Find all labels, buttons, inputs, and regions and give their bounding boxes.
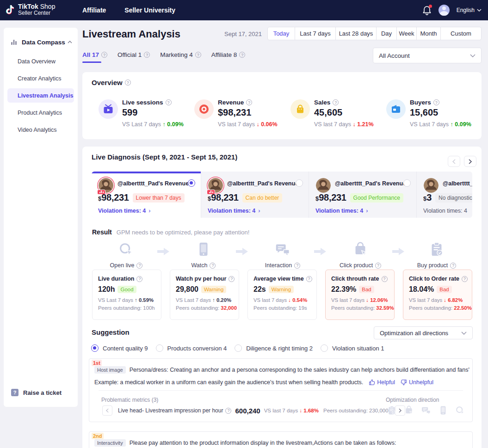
raise-ticket[interactable]: ? Raise a ticket — [11, 389, 62, 396]
language-selector[interactable]: English — [457, 7, 482, 13]
tiktok-logo[interactable]: TikTok Shop Seller Center — [5, 3, 55, 16]
tab-affiliate[interactable]: Affiliate 8? — [211, 51, 245, 63]
buyers-wallet-icon — [386, 99, 406, 119]
sidebar-item-data-overview[interactable]: Data Overview — [4, 53, 78, 70]
sidebar-item-video-analytics[interactable]: Video Analytics — [4, 121, 78, 138]
session-radio[interactable] — [403, 179, 411, 187]
help-icon[interactable]: ? — [462, 276, 468, 282]
result-text: GPM needs to be optimized, please pay at… — [117, 229, 250, 236]
diagnosis-title-label: Live Diagnosis (Sept 9, 2021 - Sept 15, … — [92, 153, 237, 161]
tab-all[interactable]: All 17? — [82, 51, 107, 63]
violation-link[interactable]: Violation times: 4› — [315, 208, 368, 214]
help-icon[interactable]: ? — [166, 99, 172, 105]
tab-official[interactable]: Official 1? — [117, 51, 150, 63]
session-card-2[interactable]: @albertttt_Pad's Revenue $98,231Can do b… — [201, 172, 309, 218]
session-card-3[interactable]: @albertttt_Pad's Revenue $98,231Good Per… — [309, 172, 417, 218]
delta-up: ↑ 0.09% — [451, 121, 471, 128]
sidebar-item-product-analytics[interactable]: Product Analytics — [4, 104, 78, 121]
live-tv-icon — [99, 99, 118, 119]
help-icon[interactable]: ? — [210, 263, 216, 269]
carousel-prev-button[interactable] — [448, 156, 460, 167]
overview-metric-buyers: Buyers? 15,605 VS Last 7 days ↑ 0.09% — [386, 72, 482, 139]
filter-label[interactable]: Violation situation 1 — [332, 345, 384, 352]
help-icon[interactable]: ? — [294, 263, 300, 269]
help-icon[interactable]: ? — [101, 52, 107, 58]
session-card-4[interactable]: @albertttt_Pad's Revenue $3No diagnostic… — [417, 172, 472, 218]
range-day[interactable]: Day — [376, 27, 397, 40]
help-icon[interactable]: ? — [225, 408, 231, 414]
result-label: Result — [92, 228, 112, 236]
help-icon[interactable]: ? — [306, 276, 312, 282]
buy-product-icon — [386, 405, 397, 416]
open-live-icon — [117, 241, 135, 258]
status-pill: Warning — [269, 286, 294, 293]
raise-ticket-label: Raise a ticket — [23, 389, 62, 396]
filter-label[interactable]: Content quality 9 — [103, 345, 148, 352]
optimization-select[interactable]: Optimization all directions — [374, 326, 473, 339]
notification-dot — [429, 5, 432, 8]
help-icon[interactable]: ? — [246, 99, 252, 105]
range-week[interactable]: Week — [396, 27, 417, 40]
help-icon[interactable]: ? — [195, 52, 201, 58]
funnel-click-product: Click product? — [333, 241, 388, 269]
thumb-down-icon — [401, 379, 407, 386]
header-nav: Affiliate Seller University — [82, 0, 175, 20]
help-icon[interactable]: ? — [333, 99, 339, 105]
overview-metric-revenue: Revenue? $98,231 VS last 7 days ↓ 0.06% — [194, 72, 290, 139]
problem-metric-value: 600,240 — [235, 407, 260, 415]
funnel-arrow-icon — [235, 246, 249, 257]
range-last-28-days[interactable]: Last 28 days — [335, 27, 377, 40]
filter-label[interactable]: Products conversion 4 — [167, 345, 227, 352]
user-avatar[interactable] — [439, 5, 450, 16]
nav-affiliate[interactable]: Affiliate — [82, 6, 106, 14]
filter-radio-violation[interactable] — [321, 344, 328, 352]
click-product-icon — [352, 241, 369, 258]
help-icon[interactable]: ? — [229, 276, 235, 282]
violation-link[interactable]: Violation times: 4› — [208, 208, 260, 214]
session-radio[interactable] — [188, 179, 195, 187]
suggestion-tag: Host image — [94, 366, 126, 374]
host-avatar — [316, 178, 331, 193]
help-icon[interactable]: ? — [239, 52, 245, 58]
filter-label[interactable]: Diligence & right timing 2 — [246, 345, 313, 352]
open-live-icon — [455, 405, 466, 416]
tiktok-note-icon — [5, 4, 15, 16]
session-name: @albertttt_Pad's Revenue — [117, 180, 189, 187]
unhelpful-button[interactable]: Unhelpful — [401, 379, 433, 386]
sidebar-item-creator-analytics[interactable]: Creator Analytics — [4, 70, 78, 87]
status-pill: No diagnostic con — [435, 193, 472, 203]
sidebar-item-livestream-analysis[interactable]: Livestream Analysis — [7, 88, 74, 103]
help-icon[interactable]: ? — [450, 263, 456, 269]
help-icon[interactable]: ? — [382, 276, 388, 282]
account-select[interactable]: All Account — [373, 48, 482, 63]
help-icon[interactable]: ? — [136, 276, 142, 282]
suggestion-text: Please pay attention to the product info… — [130, 440, 396, 446]
sidebar-group-data-compass[interactable]: Data Compass — [10, 35, 72, 49]
help-icon[interactable]: ? — [144, 52, 150, 58]
filter-radio-diligence[interactable] — [235, 344, 242, 352]
range-custom[interactable]: Custom — [440, 27, 482, 40]
suggestion-card-1: 1st Host image Persona/dress: Creating a… — [89, 358, 473, 422]
help-icon[interactable]: ? — [433, 99, 439, 105]
session-radio[interactable] — [296, 179, 303, 187]
account-select-value: All Account — [379, 52, 410, 59]
filter-radio-content-quality[interactable] — [91, 344, 99, 352]
tab-marketing[interactable]: Marketing 4? — [160, 51, 201, 63]
filter-radio-products-conversion[interactable] — [156, 344, 163, 352]
notifications-bell[interactable] — [422, 5, 432, 15]
session-name: @albertttt_Pad's Revenue — [443, 180, 472, 187]
violation-link[interactable]: Violation times: 4› — [98, 208, 150, 214]
divider — [99, 390, 463, 391]
metric-prev-button[interactable] — [102, 405, 112, 416]
help-icon[interactable]: ? — [136, 263, 142, 269]
range-today[interactable]: Today — [267, 27, 295, 40]
helpful-button[interactable]: Helpful — [369, 379, 395, 386]
range-last-7-days[interactable]: Last 7 days — [295, 27, 336, 40]
nav-seller-university[interactable]: Seller University — [124, 6, 175, 14]
metric-label: Revenue — [218, 99, 244, 106]
session-card-1[interactable]: @albertttt_Pad's Revenue $98,231Lower th… — [92, 172, 201, 218]
tab-all-label: All 17 — [82, 51, 99, 58]
carousel-next-button[interactable] — [464, 156, 476, 167]
help-icon[interactable]: ? — [375, 263, 381, 269]
range-month[interactable]: Month — [416, 27, 441, 40]
